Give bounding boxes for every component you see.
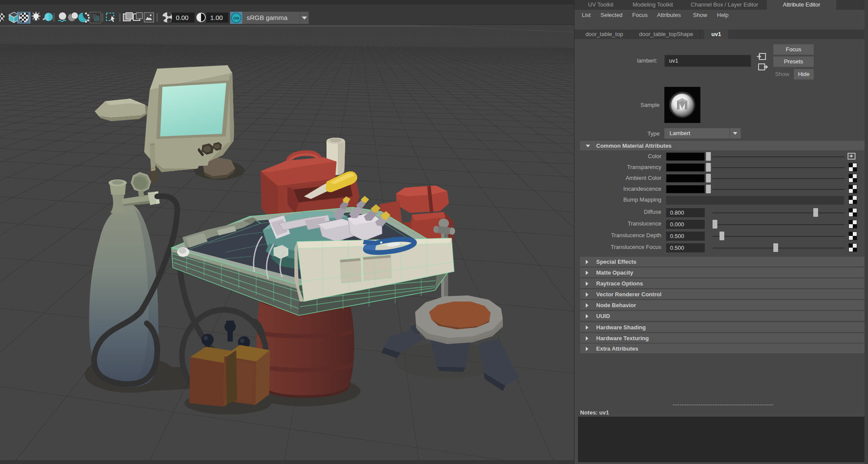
- svg-text:ON: ON: [233, 16, 239, 20]
